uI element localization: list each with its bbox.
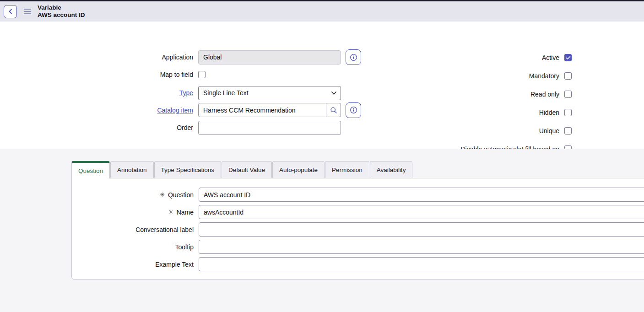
conversational-label-label: Conversational label: [72, 226, 194, 233]
active-checkbox[interactable]: [564, 54, 572, 61]
question-field[interactable]: [199, 188, 644, 202]
catalog-item-label-link[interactable]: Catalog item: [0, 107, 193, 114]
tab-default-value[interactable]: Default Value: [222, 161, 272, 178]
application-label: Application: [0, 54, 193, 61]
name-field-row: ✳ Name: [72, 205, 644, 219]
tab-auto-populate[interactable]: Auto-populate: [272, 161, 325, 178]
question-field-row: ✳ Question: [72, 188, 644, 202]
type-select[interactable]: Single Line Text: [198, 86, 341, 100]
map-to-field-label: Map to field: [0, 71, 193, 78]
tab-availability[interactable]: Availability: [370, 161, 413, 178]
info-icon: [350, 106, 357, 114]
tab-strip: Question Annotation Type Specifications …: [71, 161, 413, 178]
read-only-row: Read only: [530, 87, 572, 101]
application-info-button[interactable]: [346, 49, 361, 65]
name-label: ✳ Name: [72, 209, 194, 216]
read-only-checkbox[interactable]: [564, 91, 572, 98]
check-icon: [566, 56, 571, 60]
record-type-label: Variable: [38, 4, 85, 11]
question-tab-panel: ✳ Question ✳ Name Conversational label: [71, 178, 644, 280]
conversational-label-field[interactable]: [199, 222, 644, 237]
application-field[interactable]: [198, 50, 341, 65]
unique-checkbox[interactable]: [564, 127, 572, 134]
tab-annotation[interactable]: Annotation: [110, 161, 154, 178]
chevron-left-icon: [8, 9, 13, 14]
read-only-label: Read only: [530, 91, 559, 98]
order-field[interactable]: [198, 121, 341, 135]
tooltip-field-row: Tooltip: [72, 240, 644, 254]
example-text-field[interactable]: [199, 257, 644, 271]
example-text-label: Example Text: [72, 261, 194, 268]
back-button[interactable]: [4, 5, 17, 18]
question-label: ✳ Question: [72, 191, 194, 199]
required-marker-icon: ✳: [168, 209, 173, 215]
tooltip-label: Tooltip: [72, 243, 194, 251]
type-label-link[interactable]: Type: [0, 89, 193, 97]
example-text-field-row: Example Text: [72, 257, 644, 271]
mandatory-row: Mandatory: [529, 69, 572, 83]
variable-record-page: Variable AWS account ID Application Map …: [0, 0, 644, 312]
catalog-item-reference: [198, 103, 341, 117]
name-field[interactable]: [199, 205, 644, 219]
info-icon: [350, 54, 357, 61]
required-marker-icon: ✳: [160, 191, 165, 198]
conversational-label-row: Conversational label: [72, 222, 644, 237]
unique-row: Unique: [539, 124, 572, 138]
map-to-field-row: Map to field: [0, 70, 206, 80]
hidden-label: Hidden: [539, 109, 559, 116]
order-label: Order: [0, 124, 193, 131]
search-icon: [330, 107, 337, 114]
record-tabs-section: Question Annotation Type Specifications …: [0, 149, 644, 312]
tooltip-field[interactable]: [199, 240, 644, 254]
catalog-item-row: Catalog item: [0, 102, 361, 118]
form-main-section: Application Map to field Type Single Lin…: [0, 22, 644, 149]
catalog-item-lookup-button[interactable]: [326, 103, 341, 117]
record-title-block: Variable AWS account ID: [38, 4, 85, 19]
active-row: Active: [542, 51, 572, 65]
tab-type-specifications[interactable]: Type Specifications: [154, 161, 221, 178]
context-menu-icon[interactable]: [23, 8, 32, 15]
order-row: Order: [0, 120, 341, 135]
mandatory-label: Mandatory: [529, 72, 559, 80]
tab-question[interactable]: Question: [71, 161, 110, 178]
map-to-field-checkbox[interactable]: [198, 71, 206, 78]
application-row: Application: [0, 50, 361, 65]
hidden-checkbox[interactable]: [564, 109, 572, 116]
hidden-row: Hidden: [539, 106, 572, 119]
page-title: AWS account ID: [38, 11, 85, 19]
active-label: Active: [542, 54, 559, 61]
tab-permission[interactable]: Permission: [325, 161, 369, 178]
type-row: Type Single Line Text: [0, 86, 341, 100]
type-select-wrap: Single Line Text: [198, 86, 341, 100]
mandatory-checkbox[interactable]: [564, 72, 572, 80]
unique-label: Unique: [539, 127, 559, 134]
catalog-item-field[interactable]: [198, 103, 341, 117]
catalog-item-info-button[interactable]: [346, 102, 361, 118]
record-header-bar: Variable AWS account ID: [0, 1, 644, 22]
